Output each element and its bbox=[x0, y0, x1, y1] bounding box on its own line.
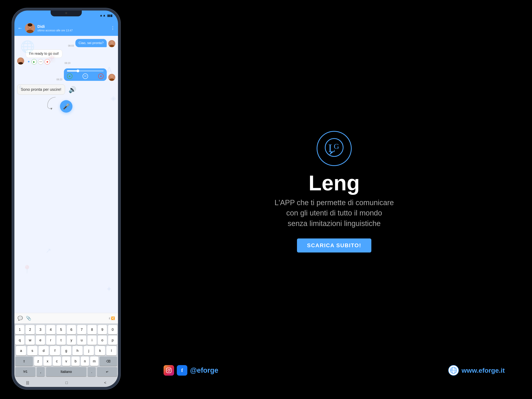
lang-from: it bbox=[109, 317, 110, 320]
audio-controls: ▶ ••• ■ bbox=[67, 73, 104, 79]
chat-icon[interactable]: 💬 bbox=[18, 316, 23, 321]
key-h[interactable]: h bbox=[72, 346, 82, 355]
key-7[interactable]: 7 bbox=[77, 325, 86, 334]
key-d[interactable]: d bbox=[38, 346, 49, 355]
attach-icon[interactable]: 📎 bbox=[26, 316, 31, 321]
key-f[interactable]: f bbox=[50, 346, 60, 355]
download-button[interactable]: SCARICA SUBITO! bbox=[297, 238, 372, 252]
sender-avatar-1 bbox=[108, 40, 115, 47]
key-row-shift: ⇧ z x c v b n m ⌫ bbox=[15, 357, 117, 366]
mic-button[interactable]: 🎤 bbox=[60, 100, 72, 113]
key-row-bottom: !#1 , Italiano . ↵ bbox=[15, 367, 117, 376]
svg-text:G: G bbox=[334, 142, 339, 150]
phone-notch bbox=[51, 11, 82, 16]
message-row-2: I'm ready to go out! ✦ ▶ ••• ■ 08:20 bbox=[17, 50, 115, 64]
input-toolbar: 💬 📎 it 🔀 bbox=[14, 313, 118, 323]
key-2[interactable]: 2 bbox=[25, 325, 35, 334]
audio-stop-button[interactable]: ■ bbox=[98, 73, 104, 79]
audio-progress bbox=[67, 70, 78, 71]
social-left: f @eforge bbox=[164, 365, 218, 376]
contact-status: ultimo accesso alle ore 13:47 bbox=[37, 29, 108, 32]
key-5[interactable]: 5 bbox=[57, 325, 66, 334]
svg-point-9 bbox=[19, 58, 22, 61]
key-v[interactable]: v bbox=[62, 357, 70, 366]
key-4[interactable]: 4 bbox=[46, 325, 55, 334]
chat-body: 🌐 ✈ 🀄 A ♦ ◈ 📍 ✦ ↗ 08:03 Ciao, sei pronta… bbox=[14, 36, 118, 313]
sender-avatar-3 bbox=[108, 74, 115, 81]
stop-record-icon[interactable]: ■ bbox=[44, 59, 50, 64]
key-m[interactable]: m bbox=[90, 357, 98, 366]
message-row-3: 08:23 ▶ ••• ■ bbox=[17, 68, 115, 81]
key-o[interactable]: o bbox=[98, 335, 107, 345]
key-1[interactable]: 1 bbox=[15, 325, 24, 334]
key-3[interactable]: 3 bbox=[36, 325, 45, 334]
key-backspace[interactable]: ⌫ bbox=[100, 357, 117, 366]
audio-menu-button[interactable]: ••• bbox=[82, 73, 88, 79]
audio-play-button[interactable]: ▶ bbox=[67, 73, 72, 79]
key-q[interactable]: q bbox=[15, 335, 24, 345]
key-b[interactable]: b bbox=[71, 357, 80, 366]
key-w[interactable]: w bbox=[25, 335, 35, 345]
message-row-1: 08:03 Ciao, sei pronta? bbox=[17, 39, 115, 47]
mic-row: 🎤 bbox=[17, 99, 115, 113]
receiver-avatar-2 bbox=[17, 58, 24, 64]
keyboard[interactable]: 1 2 3 4 5 6 7 8 9 0 q w e r t bbox=[14, 323, 118, 378]
key-e[interactable]: e bbox=[36, 335, 45, 345]
key-t[interactable]: t bbox=[57, 335, 66, 345]
key-0[interactable]: 0 bbox=[108, 325, 117, 334]
status-icons: ▲▲ ▮▮▮ bbox=[100, 14, 113, 17]
key-s[interactable]: s bbox=[27, 346, 37, 355]
key-comma[interactable]: , bbox=[37, 367, 45, 376]
key-n[interactable]: n bbox=[81, 357, 89, 366]
wifi-icon: ▲▲ bbox=[100, 14, 106, 17]
social-handle: @eforge bbox=[190, 366, 218, 374]
toolbar-icons: 💬 📎 bbox=[18, 316, 31, 321]
audio-message-bubble: ▶ ••• ■ bbox=[64, 68, 107, 81]
key-z[interactable]: z bbox=[34, 357, 42, 366]
pause-icon[interactable]: ••• bbox=[38, 59, 44, 64]
key-return[interactable]: ↵ bbox=[97, 367, 117, 376]
key-g[interactable]: g bbox=[61, 346, 71, 355]
key-8[interactable]: 8 bbox=[88, 325, 97, 334]
key-a[interactable]: a bbox=[16, 346, 26, 355]
key-y[interactable]: y bbox=[67, 335, 76, 345]
contact-avatar bbox=[25, 23, 35, 33]
home-bar: ||| □ < bbox=[14, 378, 118, 387]
key-period[interactable]: . bbox=[88, 367, 96, 376]
key-9[interactable]: 9 bbox=[98, 325, 107, 334]
social-row: f @eforge www www.eforge.it bbox=[136, 365, 532, 376]
contact-info: Didi ultimo accesso alle ore 13:47 bbox=[37, 24, 108, 32]
play-record-icon[interactable]: ▶ bbox=[31, 59, 37, 64]
battery-icon: ▮▮▮ bbox=[107, 14, 113, 17]
back-button[interactable]: ← bbox=[18, 25, 23, 31]
key-l[interactable]: l bbox=[106, 346, 116, 355]
chat-header: ← Didi ultimo accesso alle ore 13:47 bbox=[14, 20, 118, 36]
website-url[interactable]: www.eforge.it bbox=[462, 367, 505, 374]
key-shift[interactable]: ⇧ bbox=[15, 357, 33, 366]
key-row-numbers: 1 2 3 4 5 6 7 8 9 0 bbox=[15, 325, 117, 334]
key-c[interactable]: c bbox=[53, 357, 61, 366]
nav-menu-icon[interactable]: ||| bbox=[26, 380, 29, 385]
translation-bubble: Sono pronta per uscire! bbox=[17, 84, 65, 95]
key-i[interactable]: i bbox=[88, 335, 97, 345]
key-numbers-switch[interactable]: !#1 bbox=[15, 367, 35, 376]
more-options-button[interactable]: ⋮ bbox=[111, 26, 115, 31]
key-u[interactable]: u bbox=[77, 335, 86, 345]
instagram-icon[interactable] bbox=[164, 365, 174, 376]
key-x[interactable]: x bbox=[44, 357, 52, 366]
audio-playhead bbox=[76, 70, 79, 72]
key-space[interactable]: Italiano bbox=[46, 367, 86, 376]
key-row-asdf: a s d f g h j k l bbox=[15, 346, 117, 355]
key-r[interactable]: r bbox=[46, 335, 55, 345]
key-row-qwerty: q w e r t y u i o p bbox=[15, 335, 117, 345]
nav-home-icon[interactable]: □ bbox=[65, 380, 68, 385]
phone-outer: ▲▲ ▮▮▮ ← bbox=[12, 8, 121, 390]
key-6[interactable]: 6 bbox=[67, 325, 76, 334]
key-k[interactable]: k bbox=[95, 346, 105, 355]
nav-back-icon[interactable]: < bbox=[104, 380, 106, 385]
language-indicator: it 🔀 bbox=[109, 316, 115, 320]
key-j[interactable]: j bbox=[84, 346, 94, 355]
key-p[interactable]: p bbox=[108, 335, 117, 345]
facebook-icon[interactable]: f bbox=[177, 365, 187, 376]
speaker-icon[interactable]: 🔊 bbox=[69, 86, 76, 93]
